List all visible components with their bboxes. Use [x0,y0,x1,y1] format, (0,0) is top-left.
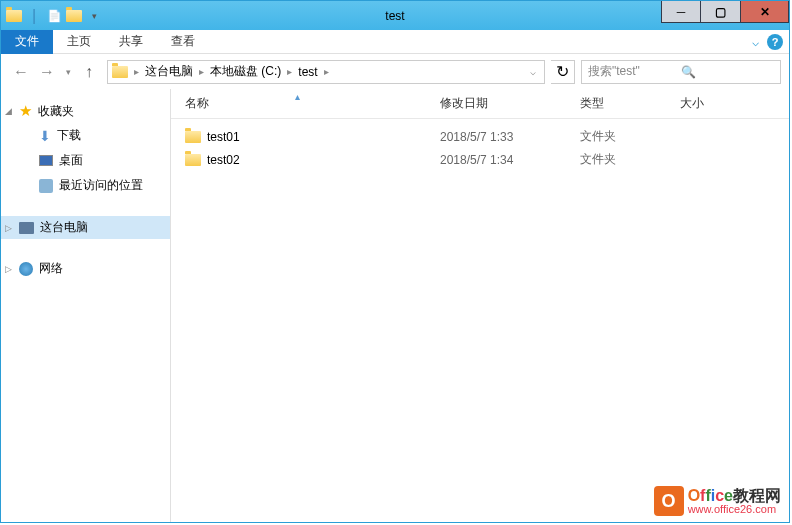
network-label: 网络 [39,260,63,277]
minimize-button[interactable]: ─ [661,1,701,23]
search-icon[interactable]: 🔍 [681,65,774,79]
arrow-up-icon: ↑ [85,63,93,81]
tab-home[interactable]: 主页 [53,30,105,54]
ribbon: 文件 主页 共享 查看 ⌵ ? [1,30,789,54]
content: ◢ ★ 收藏夹 ⬇ 下载 桌面 最近访问的位置 [1,89,789,522]
favorites-label: 收藏夹 [38,103,74,120]
window-title: test [385,9,404,23]
file-name: test01 [207,130,240,144]
sidebar: ◢ ★ 收藏夹 ⬇ 下载 桌面 最近访问的位置 [1,89,171,522]
desktop-label: 桌面 [59,152,83,169]
chevron-down-icon: ▾ [66,67,71,77]
newfolder-icon[interactable] [65,7,83,25]
tab-share[interactable]: 共享 [105,30,157,54]
column-date[interactable]: 修改日期 [440,95,580,112]
downloads-label: 下载 [57,127,81,144]
maximize-button[interactable]: ▢ [701,1,741,23]
breadcrumb-sep-icon[interactable]: ▸ [132,66,141,77]
breadcrumb-sep-icon[interactable]: ▸ [197,66,206,77]
recent-label: 最近访问的位置 [59,177,143,194]
thispc-label: 这台电脑 [40,219,88,236]
desktop-icon [39,155,53,166]
folder-icon [185,131,201,143]
column-size[interactable]: 大小 [680,95,740,112]
file-row[interactable]: test02 2018/5/7 1:34 文件夹 [171,148,789,171]
column-headers: 名称 ▴ 修改日期 类型 大小 [171,89,789,119]
maximize-icon: ▢ [715,5,726,19]
watermark-url: www.office26.com [688,504,781,515]
qat-separator: | [25,7,43,25]
refresh-button[interactable]: ↻ [551,60,575,84]
tab-view[interactable]: 查看 [157,30,209,54]
sidebar-network[interactable]: ▷ 网络 [1,257,170,280]
forward-button[interactable]: → [35,60,59,84]
file-date: 2018/5/7 1:34 [440,153,580,167]
breadcrumb-sep-icon[interactable]: ▸ [285,66,294,77]
titlebar[interactable]: | 📄 ▾ test ─ ▢ ✕ [1,1,789,30]
watermark: O Office教程网 www.office26.com [654,486,781,516]
file-area: 名称 ▴ 修改日期 类型 大小 test01 2018/5/7 1:33 文件夹… [171,89,789,522]
breadcrumb-folder[interactable]: test [294,65,321,79]
breadcrumb-drive[interactable]: 本地磁盘 (C:) [206,63,285,80]
breadcrumb[interactable]: ▸ 这台电脑 ▸ 本地磁盘 (C:) ▸ test ▸ ⌵ [107,60,545,84]
sidebar-recent[interactable]: 最近访问的位置 [1,173,170,198]
recent-dropdown[interactable]: ▾ [61,60,75,84]
minimize-icon: ─ [677,5,686,19]
back-button[interactable]: ← [9,60,33,84]
folder-icon [5,7,23,25]
breadcrumb-sep-icon[interactable]: ▸ [322,66,331,77]
download-icon: ⬇ [39,128,51,144]
file-type: 文件夹 [580,128,680,145]
help-icon[interactable]: ? [767,34,783,50]
computer-icon [19,222,34,234]
file-list: test01 2018/5/7 1:33 文件夹 test02 2018/5/7… [171,119,789,177]
star-icon: ★ [19,102,32,120]
file-date: 2018/5/7 1:33 [440,130,580,144]
close-button[interactable]: ✕ [741,1,789,23]
watermark-logo-icon: O [654,486,684,516]
sidebar-downloads[interactable]: ⬇ 下载 [1,123,170,148]
expand-ribbon-icon[interactable]: ⌵ [752,35,759,49]
close-icon: ✕ [760,5,770,19]
expand-icon[interactable]: ▷ [5,223,12,233]
network-icon [19,262,33,276]
file-row[interactable]: test01 2018/5/7 1:33 文件夹 [171,125,789,148]
qat: | 📄 ▾ [1,7,103,25]
column-type[interactable]: 类型 [580,95,680,112]
favorites-group: ◢ ★ 收藏夹 ⬇ 下载 桌面 最近访问的位置 [1,99,170,198]
file-tab[interactable]: 文件 [1,30,53,54]
breadcrumb-thispc[interactable]: 这台电脑 [141,63,197,80]
column-name[interactable]: 名称 ▴ [185,95,440,112]
explorer-window: | 📄 ▾ test ─ ▢ ✕ 文件 主页 共享 查看 ⌵ ? ← → ▾ ↑… [0,0,790,523]
sidebar-thispc[interactable]: ▷ 这台电脑 [1,216,170,239]
navbar: ← → ▾ ↑ ▸ 这台电脑 ▸ 本地磁盘 (C:) ▸ test ▸ ⌵ ↻ … [1,54,789,89]
sidebar-desktop[interactable]: 桌面 [1,148,170,173]
breadcrumb-dropdown-icon[interactable]: ⌵ [530,66,540,77]
watermark-brand: Office教程网 [688,488,781,504]
up-button[interactable]: ↑ [77,60,101,84]
sidebar-favorites[interactable]: ◢ ★ 收藏夹 [1,99,170,123]
thispc-group: ▷ 这台电脑 [1,216,170,239]
arrow-right-icon: → [39,63,55,81]
folder-icon [185,154,201,166]
file-type: 文件夹 [580,151,680,168]
refresh-icon: ↻ [556,62,569,81]
search-input[interactable]: 搜索"test" 🔍 [581,60,781,84]
location-folder-icon [112,66,128,78]
network-group: ▷ 网络 [1,257,170,280]
sort-asc-icon: ▴ [295,91,300,102]
properties-icon[interactable]: 📄 [45,7,63,25]
file-name: test02 [207,153,240,167]
window-controls: ─ ▢ ✕ [661,1,789,23]
collapse-icon[interactable]: ◢ [5,106,12,116]
recent-icon [39,179,53,193]
search-placeholder: 搜索"test" [588,63,681,80]
qat-dropdown-icon[interactable]: ▾ [85,7,103,25]
expand-icon[interactable]: ▷ [5,264,12,274]
arrow-left-icon: ← [13,63,29,81]
